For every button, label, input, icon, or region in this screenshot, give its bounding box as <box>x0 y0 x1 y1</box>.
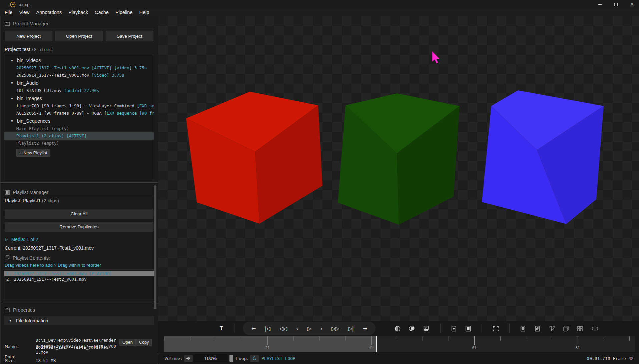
step-back-button[interactable]: ‹ <box>295 325 298 332</box>
toolbar-separator <box>234 324 234 333</box>
playhead[interactable] <box>376 336 377 352</box>
bin-label: bin_Videos <box>17 58 41 63</box>
menu-help[interactable]: Help <box>136 10 153 15</box>
timeline-minor-tick <box>604 336 604 341</box>
color-wheels-icon[interactable] <box>409 325 415 332</box>
timeline-minor-tick <box>397 336 397 341</box>
film-grain-icon[interactable] <box>423 325 430 332</box>
tree-playlist-item[interactable]: Playlist2 (empty) <box>4 140 154 147</box>
menu-file[interactable]: File <box>1 10 16 15</box>
timeline-minor-tick <box>423 336 423 341</box>
media-item-name: ACES2065-1 [90 frames 0-89] - RGBA <box>16 111 102 116</box>
panel-title: Project Manager <box>13 21 48 26</box>
timeline-minor-tick <box>293 336 294 341</box>
properties-header: Properties <box>5 305 153 314</box>
application-window: u.m.p. × FileViewAnnotationsPlaybackCach… <box>0 0 639 364</box>
status-row: Volume: 100% Loop: PLAYLIST LOOP 00:01.7… <box>158 353 639 364</box>
tree-bin[interactable]: ▼bin_Images <box>4 94 154 102</box>
screenshot-icon[interactable] <box>451 325 457 332</box>
horizontal-scrollbar[interactable] <box>1 363 159 363</box>
volume-slider-thumb[interactable] <box>229 355 233 362</box>
fullscreen-icon[interactable] <box>493 325 499 332</box>
new-project-button[interactable]: New Project <box>5 31 52 41</box>
clapperboard-icon <box>5 308 10 312</box>
fast-forward-button[interactable]: ▷▷ <box>331 325 340 332</box>
collapse-triangle-icon[interactable]: ▼ <box>10 59 14 62</box>
timeline[interactable]: 21416181 <box>158 336 639 353</box>
media-counter[interactable]: ▷ Media: 1 of 2 <box>5 237 38 242</box>
node-graph-icon[interactable] <box>549 325 556 332</box>
file-information-section[interactable]: ▼ File Information <box>4 316 154 325</box>
size-value: 18.51 MB <box>36 358 56 363</box>
tree-bin[interactable]: ▼bin_Audio <box>4 79 154 87</box>
timeline-major-tick <box>371 336 372 345</box>
menu-playback[interactable]: Playback <box>65 10 91 15</box>
menu-pipeline[interactable]: Pipeline <box>112 10 136 15</box>
playlist-row-playing[interactable]: 1. 20250927_1317--Test1_v001.mov [PLAYIN… <box>4 271 154 276</box>
contrast-icon[interactable] <box>394 325 401 332</box>
timeline-tick-label: 81 <box>575 346 580 350</box>
left-sidebar: Project Manager New ProjectOpen ProjectS… <box>0 16 158 364</box>
notes-panel-icon[interactable] <box>534 325 541 332</box>
maximize-button[interactable] <box>612 1 620 8</box>
new-playlist-button[interactable]: + New Playlist <box>16 149 50 157</box>
go-to-start-button[interactable]: |◁ <box>264 325 271 332</box>
playlist-panel-icon[interactable] <box>520 325 526 332</box>
sidebar-scrollbar-thumb[interactable] <box>154 185 156 309</box>
play-button[interactable]: ▷ <box>306 325 311 332</box>
text-overlay-button[interactable]: T <box>217 323 226 333</box>
tree-playlist-item[interactable]: Main Playlist (empty) <box>4 125 154 132</box>
go-to-end-button[interactable]: ▷| <box>348 325 354 332</box>
tree-media-item[interactable]: linear709 [90 frames 1-90] - ViewLayer.C… <box>4 102 154 110</box>
menu-annotations[interactable]: Annotations <box>33 10 65 15</box>
grid-layout-icon[interactable] <box>577 325 583 332</box>
duplicate-icon[interactable] <box>563 325 569 332</box>
playlist-row[interactable]: 2. 20250914_1517--Test2_v001.mov <box>4 276 154 282</box>
timeline-minor-tick <box>449 336 449 341</box>
timeline-track[interactable]: 21416181 <box>164 336 635 352</box>
rewind-button[interactable]: ◁◁ <box>279 325 288 332</box>
remove-duplicates-button[interactable]: Remove Duplicates <box>5 222 153 232</box>
path-value: D:\z_DevTemp\videoTest\ae\renders\tests\… <box>36 337 117 355</box>
panel-title: Playlist Manager <box>13 190 48 195</box>
minimize-button[interactable] <box>596 1 604 8</box>
timeline-minor-tick <box>164 336 164 341</box>
tree-media-item[interactable]: 20250927_1317--Test1_v001.mov [ACTIVE] [… <box>4 64 154 72</box>
mute-button[interactable] <box>184 355 193 362</box>
timecode-frame-readout: 00:01.710 Frame 42 <box>587 356 634 361</box>
timeline-minor-tick <box>500 336 501 341</box>
collapse-triangle-icon[interactable]: ▼ <box>10 119 14 123</box>
tree-bin[interactable]: ▼bin_Sequences <box>4 117 154 125</box>
menu-cache[interactable]: Cache <box>91 10 112 15</box>
close-button[interactable]: × <box>628 1 636 8</box>
clear-all-button[interactable]: Clear All <box>5 209 153 219</box>
tree-media-item[interactable]: ACES2065-1 [90 frames 0-89] - RGBA [EXR … <box>4 110 154 117</box>
step-forward-button[interactable]: › <box>320 325 323 332</box>
open-project-button[interactable]: Open Project <box>55 31 103 41</box>
menu-view[interactable]: View <box>16 10 33 15</box>
collapse-triangle-icon[interactable]: ▼ <box>10 81 14 85</box>
timeline-minor-tick <box>526 336 526 341</box>
letterbox-icon[interactable] <box>592 325 598 332</box>
bin-label: bin_Sequences <box>17 118 50 124</box>
prev-clip-button[interactable]: ← <box>251 325 256 332</box>
copy-path-button[interactable]: Copy <box>136 339 152 346</box>
project-label: Project: test (8 items) <box>5 47 54 52</box>
tree-media-item[interactable]: 20250914_1517--Test2_v001.mov [video] 3.… <box>4 72 154 79</box>
volume-value: 100% <box>204 356 216 361</box>
tree-playlist-item-active[interactable]: Playlist1 (2 clips) [ACTIVE] <box>4 132 154 140</box>
safe-frame-icon[interactable] <box>465 325 472 332</box>
collapse-triangle-icon[interactable]: ▼ <box>10 97 14 100</box>
bin-label: bin_Audio <box>17 80 39 86</box>
next-clip-button[interactable]: → <box>362 325 368 332</box>
save-project-button[interactable]: Save Project <box>106 31 153 41</box>
loop-toggle-button[interactable] <box>250 355 259 362</box>
playlist-contents-box: 1. 20250927_1317--Test1_v001.mov [PLAYIN… <box>4 269 154 300</box>
media-item-tags: [audio] 27.40s <box>61 88 99 93</box>
open-path-button[interactable]: Open <box>119 339 136 346</box>
tree-media-item[interactable]: 101 STATUS CUT.wav [audio] 27.40s <box>4 87 154 94</box>
playlist-label: Playlist: Playlist1 (2 clips) <box>5 198 59 203</box>
volume-slider[interactable]: 100% <box>193 354 227 362</box>
viewer-canvas[interactable] <box>158 16 639 321</box>
tree-bin[interactable]: ▼bin_Videos <box>4 56 154 64</box>
